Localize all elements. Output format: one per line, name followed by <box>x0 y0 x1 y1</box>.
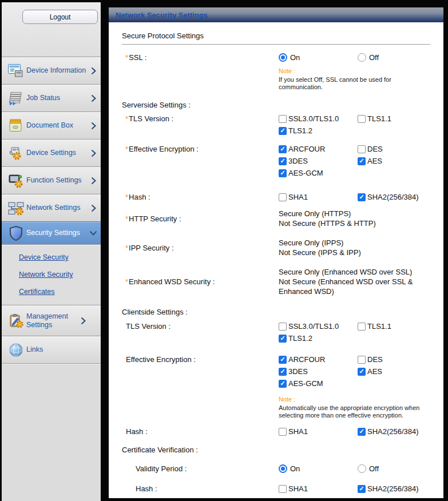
checkbox-option[interactable]: AES <box>358 367 430 376</box>
checkbox[interactable] <box>358 485 366 493</box>
checkbox[interactable] <box>358 356 366 364</box>
sidebar-item-management-settings[interactable]: Management Settings <box>2 305 101 336</box>
network-settings-icon <box>7 200 25 216</box>
checkbox[interactable] <box>279 335 287 343</box>
sidebar-item-document-box[interactable]: Document Box <box>2 112 101 139</box>
sidebar-item-label: Document Box <box>26 121 89 130</box>
sidebar-item-device-information[interactable]: Device Information <box>2 57 101 84</box>
checkbox[interactable] <box>279 169 287 177</box>
checkbox-option[interactable]: SHA2(256/384) <box>358 427 430 436</box>
checkbox-option[interactable]: 3DES <box>279 157 358 165</box>
checkbox-option[interactable]: ARCFOUR <box>279 145 358 153</box>
checkbox[interactable] <box>279 356 287 364</box>
validity-on-option[interactable]: On <box>279 464 358 473</box>
checkbox-option[interactable]: SSL3.0/TLS1.0 <box>279 114 358 123</box>
note-text: If you select Off, SSL cannot be used fo… <box>279 76 430 91</box>
checkbox-option[interactable]: AES-GCM <box>279 379 358 388</box>
sidebar-item-label: Security Settings <box>26 229 89 237</box>
checkbox[interactable] <box>358 115 366 123</box>
checkbox-option[interactable]: TLS1.1 <box>358 114 430 123</box>
cert-hash-row: Hash : SHA1 SHA2(256/384) <box>122 484 430 493</box>
checkbox-option[interactable]: DES <box>358 145 430 153</box>
security-submenu: Device Security Network Security Certifi… <box>2 244 101 305</box>
checkbox-option[interactable]: SHA2(256/384) <box>358 484 430 493</box>
submenu-link-certificates[interactable]: Certificates <box>2 283 101 300</box>
checkbox-option[interactable]: AES-GCM <box>279 169 358 177</box>
ssl-off-radio[interactable] <box>358 53 366 62</box>
checkbox[interactable] <box>358 323 366 331</box>
submenu-link-device-security[interactable]: Device Security <box>2 249 101 266</box>
checkbox-label: AES-GCM <box>288 379 323 388</box>
checkbox[interactable] <box>279 127 287 135</box>
sidebar-item-label: Links <box>26 345 97 354</box>
ipp-security-value: Secure Only (IPPS) Not Secure (IPPS & IP… <box>279 238 429 257</box>
serverside-heading: Serverside Settings : <box>122 101 430 109</box>
sidebar-item-device-settings[interactable]: Device Settings <box>2 139 101 166</box>
ssl-on-option[interactable]: On <box>279 53 358 62</box>
checkbox[interactable] <box>279 145 287 153</box>
checkbox[interactable] <box>279 323 287 331</box>
checkbox[interactable] <box>358 368 366 376</box>
validity-off-option[interactable]: Off <box>358 464 430 473</box>
sidebar-item-links[interactable]: Links <box>2 336 101 363</box>
tls-version-label: TLS Version : <box>122 322 279 331</box>
checkbox[interactable] <box>358 157 366 165</box>
required-mark: * <box>125 193 128 201</box>
checkbox[interactable] <box>279 115 287 123</box>
checkbox-option[interactable]: SHA1 <box>279 193 358 201</box>
sidebar-item-label: Device Information <box>26 66 89 75</box>
checkbox[interactable] <box>279 428 287 436</box>
sidebar-filler <box>2 363 101 501</box>
ipp-security-label: *IPP Security : <box>122 244 279 252</box>
main-panel: Network Security Settings Secure Protoco… <box>109 7 443 498</box>
checkbox-label: SHA1 <box>288 193 308 201</box>
validity-on-radio[interactable] <box>279 464 287 473</box>
checkbox-label: AES-GCM <box>288 169 323 177</box>
ssl-on-radio[interactable] <box>279 53 287 62</box>
checkbox[interactable] <box>279 157 287 165</box>
sidebar-item-network-settings[interactable]: Network Settings <box>2 194 101 221</box>
checkbox[interactable] <box>358 193 366 201</box>
checkbox-label: SSL3.0/TLS1.0 <box>288 322 339 331</box>
checkbox-option[interactable]: TLS1.1 <box>358 322 430 331</box>
device-settings-icon <box>7 145 25 161</box>
checkbox-option[interactable]: SHA2(256/384) <box>358 193 430 201</box>
checkbox[interactable] <box>358 428 366 436</box>
serverside-encryption-row: *Effective Encryption : ARCFOUR DES <box>122 145 430 177</box>
checkbox[interactable] <box>279 485 287 493</box>
logout-area: Logout <box>2 2 101 57</box>
checkbox-option[interactable]: SSL3.0/TLS1.0 <box>279 322 358 331</box>
device-information-icon <box>7 63 25 79</box>
checkbox-label: 3DES <box>288 157 308 165</box>
hash-label: Hash : <box>122 484 279 493</box>
page-title: Network Security Settings <box>116 11 208 19</box>
clientside-encryption-row: Effective Encryption : ARCFOUR DES <box>122 355 430 388</box>
checkbox[interactable] <box>358 145 366 153</box>
clientside-heading: Clientside Settings : <box>122 308 430 316</box>
checkbox-option[interactable]: SHA1 <box>279 484 358 493</box>
checkbox-option[interactable]: AES <box>358 157 430 165</box>
note-title: Note : <box>279 67 430 74</box>
chevron-right-icon <box>89 204 97 212</box>
checkbox-option[interactable]: ARCFOUR <box>279 355 358 364</box>
sidebar-item-security-settings[interactable]: Security Settings <box>2 221 101 244</box>
sidebar-item-label: Network Settings <box>26 204 89 212</box>
sidebar-item-job-status[interactable]: Job Status <box>2 84 101 112</box>
checkbox-option[interactable]: TLS1.2 <box>279 126 358 135</box>
checkbox[interactable] <box>279 380 287 388</box>
checkbox[interactable] <box>279 193 287 201</box>
checkbox[interactable] <box>279 368 287 376</box>
sidebar-item-function-settings[interactable]: Function Settings <box>2 166 101 194</box>
checkbox-label: SSL3.0/TLS1.0 <box>288 114 339 123</box>
checkbox-label: TLS1.1 <box>367 114 391 123</box>
validity-off-radio[interactable] <box>358 464 366 473</box>
checkbox-option[interactable]: TLS1.2 <box>279 334 358 343</box>
ssl-off-option[interactable]: Off <box>358 53 430 62</box>
chevron-right-icon <box>79 317 87 325</box>
checkbox-label: SHA2(256/384) <box>367 484 419 493</box>
logout-button[interactable]: Logout <box>22 10 98 24</box>
submenu-link-network-security[interactable]: Network Security <box>2 266 101 283</box>
checkbox-option[interactable]: DES <box>358 355 430 364</box>
checkbox-option[interactable]: SHA1 <box>279 427 358 436</box>
checkbox-option[interactable]: 3DES <box>279 367 358 376</box>
